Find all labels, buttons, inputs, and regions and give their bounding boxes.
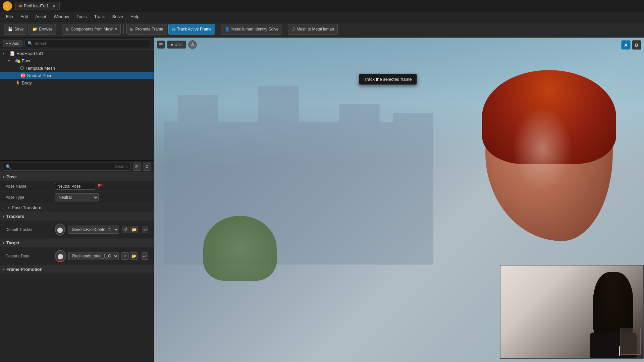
- outliner-search-input[interactable]: [35, 41, 148, 46]
- metahuman-label: MetaHuman Identity Solve: [231, 27, 279, 32]
- pose-name-row: Pose Name 🚩: [0, 181, 154, 192]
- add-button[interactable]: + + Add: [3, 40, 22, 47]
- menu-track[interactable]: Track: [91, 13, 108, 20]
- metahuman-identity-solve-button[interactable]: 👤 MetaHuman Identity Solve: [221, 24, 282, 35]
- capture-data-select[interactable]: RedHeadtutorial_1_C: [68, 252, 119, 260]
- trackers-label: Trackers: [6, 214, 24, 219]
- trackers-arrow: ▾: [3, 215, 4, 218]
- capture-data-label: Capture Data: [5, 254, 52, 258]
- trackers-section-header[interactable]: ▾ Trackers: [0, 212, 154, 221]
- save-button[interactable]: 💾 Save: [4, 24, 27, 35]
- properties-settings-button[interactable]: ⚙: [143, 163, 151, 171]
- body-label: Body: [22, 80, 32, 85]
- properties-grid-view-button[interactable]: ⊞: [133, 163, 141, 171]
- pose-name-label: Pose Name: [5, 184, 52, 189]
- frame-promotion-label: Frame Promotion: [6, 267, 43, 272]
- viewport-camera-button[interactable]: A: [188, 40, 197, 49]
- pose-type-select[interactable]: Neutral Expression: [55, 193, 99, 201]
- promote-label: Promote Frame: [135, 27, 163, 32]
- left-panel: + + Add 🔍 ▾ 📋 RedHeadTut1 ▾ 🎭 Face: [0, 38, 154, 362]
- scale-object: [621, 328, 641, 355]
- tooltip-text: Track the selected frame: [364, 77, 412, 82]
- toolbar-sep-1: [59, 24, 59, 34]
- necklace-detail: [619, 346, 620, 356]
- view-b-button[interactable]: B: [632, 40, 641, 50]
- menu-edit[interactable]: Edit: [17, 13, 31, 20]
- target-section-header[interactable]: ▾ Target: [0, 239, 154, 247]
- capture-data-row: Capture Data ⬤ RedHeadtutorial_1_C ↺ 📂 ↩: [0, 247, 154, 265]
- frame-promotion-arrow: ▸: [3, 267, 4, 271]
- default-tracker-row: Default Tracker ⬤ GenericFaceContour1 ↺ …: [0, 221, 154, 239]
- viewport-menu-button[interactable]: ☰: [157, 41, 165, 49]
- tree-item-root[interactable]: ▾ 📋 RedHeadTut1: [0, 50, 154, 57]
- track-icon: ◎: [172, 27, 175, 32]
- components-icon: ⊕: [65, 27, 69, 32]
- capture-undo-button[interactable]: ↩: [142, 252, 148, 260]
- menu-window[interactable]: Window: [50, 13, 72, 20]
- menu-solve[interactable]: Solve: [109, 13, 127, 20]
- promote-frame-button[interactable]: ⊞ Promote Frame: [126, 24, 167, 35]
- save-label: Save: [14, 27, 23, 32]
- tree-item-face[interactable]: ▾ 🎭 Face: [0, 57, 154, 64]
- browse-button[interactable]: 📁 Browse: [29, 24, 56, 35]
- viewport-toolbar: ☰ ● Unlit A: [157, 40, 197, 49]
- outliner: + + Add 🔍 ▾ 📋 RedHeadTut1 ▾ 🎭 Face: [0, 38, 154, 161]
- frame-promotion-header[interactable]: ▸ Frame Promotion: [0, 265, 154, 274]
- tracker-undo-button[interactable]: ↩: [142, 226, 148, 233]
- mesh-label: Mesh to MetaHuman: [297, 27, 334, 32]
- editor-tab[interactable]: RedHeadTut1 ✕: [15, 2, 60, 10]
- viewport[interactable]: ☰ ● Unlit A A B Track the selected frame: [154, 38, 644, 362]
- toolbar: 💾 Save 📁 Browse ⊕ Components from Mesh ▾…: [0, 21, 644, 38]
- tracker-reset-button[interactable]: ↺: [122, 226, 129, 233]
- menu-tools[interactable]: Tools: [73, 13, 90, 20]
- body-icon: 🧍: [15, 80, 20, 85]
- chevron-down-icon: ▾: [115, 27, 117, 32]
- capture-data-icon: ⬤: [55, 250, 66, 262]
- default-tracker-icon: ⬤: [55, 224, 65, 236]
- outliner-header: + + Add 🔍: [0, 38, 154, 50]
- main-layout: + + Add 🔍 ▾ 📋 RedHeadTut1 ▾ 🎭 Face: [0, 38, 644, 362]
- pose-section-header[interactable]: ▾ Pose: [0, 173, 154, 181]
- root-icon: 📋: [9, 51, 15, 56]
- pose-type-label: Pose Type: [5, 195, 52, 200]
- tree-item-neutral-pose[interactable]: ▸ 🎯 Neutral Pose: [0, 72, 154, 79]
- mesh-to-metahuman-button[interactable]: ⬡ Mesh to MetaHuman: [288, 24, 337, 35]
- target-label: Target: [6, 240, 19, 245]
- face-icon: 🎭: [15, 58, 20, 63]
- outliner-search-box[interactable]: 🔍: [24, 40, 151, 47]
- view-a-button[interactable]: A: [621, 40, 631, 50]
- search-icon: 🔍: [28, 41, 33, 46]
- browse-icon: 📁: [32, 27, 37, 32]
- app-logo: U: [3, 1, 12, 11]
- tracker-load-button[interactable]: 📂: [130, 226, 138, 233]
- menu-file[interactable]: File: [3, 13, 16, 20]
- pose-transform-header[interactable]: ▸ Pose Transform: [0, 203, 154, 212]
- components-from-mesh-button[interactable]: ⊕ Components from Mesh ▾: [62, 24, 121, 35]
- pose-name-input[interactable]: [55, 183, 95, 190]
- menu-help[interactable]: Help: [127, 13, 143, 20]
- properties-search-input[interactable]: [13, 164, 113, 169]
- tree-item-template-mesh[interactable]: ▸ ⬡ Template Mesh: [0, 64, 154, 72]
- browse-label: Browse: [39, 27, 52, 32]
- default-tracker-select[interactable]: GenericFaceContour1: [68, 226, 119, 234]
- viewport-lit-mode-button[interactable]: ● Unlit: [167, 41, 186, 49]
- tree-item-body[interactable]: ▸ 🧍 Body: [0, 79, 154, 86]
- plus-icon: +: [6, 41, 8, 46]
- tooltip-track-selected-frame: Track the selected frame: [359, 74, 417, 85]
- track-active-frame-button[interactable]: ◎ Track Active Frame: [168, 24, 215, 35]
- menu-asset[interactable]: Asset: [32, 13, 50, 20]
- pose-name-flag-icon: 🚩: [98, 184, 103, 189]
- properties-search-box[interactable]: 🔍 Search: [3, 163, 131, 171]
- title-bar: U RedHeadTut1 ✕: [0, 0, 644, 12]
- properties-panel: 🔍 Search ⊞ ⚙ ▾ Pose Pose Name 🚩 Pose Typ…: [0, 161, 154, 362]
- tab-close-button[interactable]: ✕: [52, 3, 56, 9]
- capture-load-button[interactable]: 📂: [130, 252, 138, 260]
- mesh-icon: ⬡: [291, 27, 295, 32]
- tab-dot: [19, 5, 22, 7]
- capture-reset-button[interactable]: ↺: [121, 252, 129, 260]
- template-mesh-icon: ⬡: [20, 65, 24, 71]
- template-mesh-label: Template Mesh: [25, 66, 55, 71]
- prop-search-placeholder: Search: [115, 164, 128, 169]
- lit-label: Unlit: [174, 42, 182, 47]
- video-content: [500, 265, 643, 358]
